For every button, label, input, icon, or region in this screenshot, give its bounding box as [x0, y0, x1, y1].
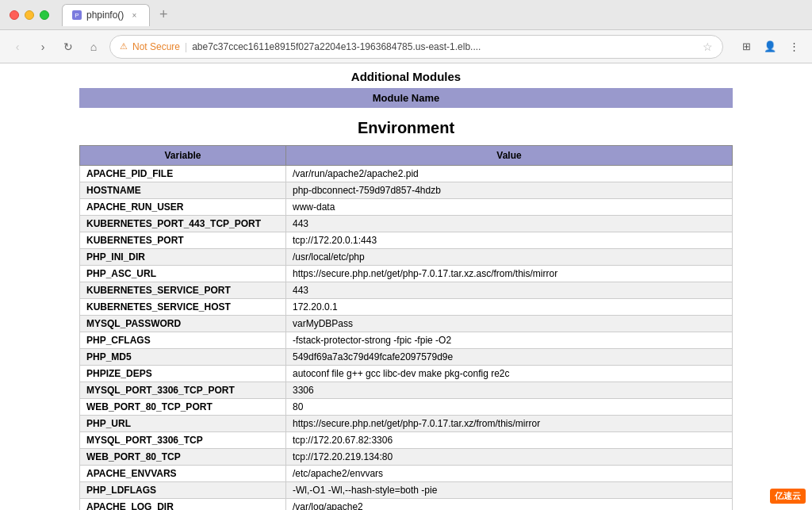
value-cell: autoconf file g++ gcc libc-dev make pkg-… — [286, 366, 733, 382]
tab-close-icon[interactable]: × — [128, 10, 140, 21]
value-cell: -fstack-protector-strong -fpic -fpie -O2 — [286, 332, 733, 349]
variable-cell: PHP_ASC_URL — [80, 266, 286, 282]
variable-cell: PHP_LDFLAGS — [80, 482, 286, 499]
back-button[interactable]: ‹ — [8, 37, 27, 56]
value-cell: /etc/apache2/envvars — [286, 466, 733, 482]
environment-title: Environment — [79, 108, 733, 145]
table-row: PHP_CFLAGS-fstack-protector-strong -fpic… — [80, 332, 733, 349]
table-row: HOSTNAMEphp-dbconnect-759d97d857-4hdzb — [80, 182, 733, 199]
value-cell: tcp://172.20.219.134:80 — [286, 449, 733, 466]
value-cell: 80 — [286, 399, 733, 416]
variable-cell: PHPIZE_DEPS — [80, 366, 286, 382]
environment-table: Variable Value APACHE_PID_FILE/var/run/a… — [79, 145, 733, 510]
page-content: Additional Modules Module Name Environme… — [0, 63, 812, 510]
value-cell: 443 — [286, 216, 733, 232]
table-row: APACHE_ENVVARS/etc/apache2/envvars — [80, 466, 733, 482]
value-cell: 172.20.0.1 — [286, 299, 733, 316]
table-row: MYSQL_PORT_3306_TCPtcp://172.20.67.82:33… — [80, 432, 733, 449]
value-cell: /var/log/apache2 — [286, 499, 733, 511]
new-tab-button[interactable]: + — [153, 5, 174, 25]
forward-button[interactable]: › — [33, 37, 52, 56]
table-row: MYSQL_PORT_3306_TCP_PORT3306 — [80, 382, 733, 399]
table-row: WEB_PORT_80_TCPtcp://172.20.219.134:80 — [80, 449, 733, 466]
value-cell: www-data — [286, 199, 733, 216]
value-cell: 443 — [286, 282, 733, 299]
table-row: PHP_MD5549df69a7a3c79d49fcafe2097579d9e — [80, 349, 733, 366]
home-button[interactable]: ⌂ — [84, 37, 103, 56]
environment-section: Environment Variable Value APACHE_PID_FI… — [79, 108, 733, 510]
value-cell: php-dbconnect-759d97d857-4hdzb — [286, 182, 733, 199]
variable-cell: HOSTNAME — [80, 182, 286, 199]
table-row: KUBERNETES_SERVICE_PORT443 — [80, 282, 733, 299]
table-row: KUBERNETES_PORTtcp://172.20.0.1:443 — [80, 232, 733, 249]
address-bar: ‹ › ↻ ⌂ ⚠ Not Secure | abe7c37ccec1611e8… — [0, 30, 812, 63]
table-row: APACHE_LOG_DIR/var/log/apache2 — [80, 499, 733, 511]
table-row: APACHE_RUN_USERwww-data — [80, 199, 733, 216]
variable-cell: MYSQL_PORT_3306_TCP — [80, 432, 286, 449]
table-row: PHP_LDFLAGS-Wl,-O1 -Wl,--hash-style=both… — [80, 482, 733, 499]
env-table-body: APACHE_PID_FILE/var/run/apache2/apache2.… — [80, 166, 733, 511]
title-bar: P phpinfo() × + — [0, 0, 812, 30]
minimize-button[interactable] — [25, 10, 34, 20]
table-header-row: Variable Value — [80, 146, 733, 166]
value-cell: varMyDBPass — [286, 316, 733, 332]
table-row: WEB_PORT_80_TCP_PORT80 — [80, 399, 733, 416]
variable-cell: KUBERNETES_PORT_443_TCP_PORT — [80, 216, 286, 232]
value-cell: 3306 — [286, 382, 733, 399]
variable-cell: KUBERNETES_SERVICE_PORT — [80, 282, 286, 299]
variable-cell: APACHE_PID_FILE — [80, 166, 286, 182]
table-row: APACHE_PID_FILE/var/run/apache2/apache2.… — [80, 166, 733, 182]
variable-cell: PHP_CFLAGS — [80, 332, 286, 349]
variable-cell: APACHE_ENVVARS — [80, 466, 286, 482]
value-cell: /var/run/apache2/apache2.pid — [286, 166, 733, 182]
variable-cell: PHP_INI_DIR — [80, 249, 286, 266]
value-cell: tcp://172.20.0.1:443 — [286, 232, 733, 249]
variable-cell: APACHE_LOG_DIR — [80, 499, 286, 511]
variable-cell: MYSQL_PORT_3306_TCP_PORT — [80, 382, 286, 399]
table-row: PHP_ASC_URLhttps://secure.php.net/get/ph… — [80, 266, 733, 282]
value-cell: https://secure.php.net/get/php-7.0.17.ta… — [286, 266, 733, 282]
value-cell: /usr/local/etc/php — [286, 249, 733, 266]
table-row: PHP_URLhttps://secure.php.net/get/php-7.… — [80, 416, 733, 432]
variable-cell: WEB_PORT_80_TCP — [80, 449, 286, 466]
variable-cell: KUBERNETES_PORT — [80, 232, 286, 249]
variable-cell: MYSQL_PASSWORD — [80, 316, 286, 332]
additional-modules-heading: Additional Modules — [0, 63, 812, 88]
value-column-header: Value — [286, 146, 733, 166]
profiles-icon[interactable]: 👤 — [760, 36, 780, 57]
maximize-button[interactable] — [40, 10, 49, 20]
url-text: abe7c37ccec1611e8915f027a2204e13-1963684… — [192, 41, 481, 52]
reload-button[interactable]: ↻ — [59, 37, 78, 56]
value-cell: -Wl,-O1 -Wl,--hash-style=both -pie — [286, 482, 733, 499]
traffic-lights — [10, 10, 49, 20]
bookmark-icon[interactable]: ☆ — [703, 40, 713, 53]
value-cell: 549df69a7a3c79d49fcafe2097579d9e — [286, 349, 733, 366]
table-row: KUBERNETES_PORT_443_TCP_PORT443 — [80, 216, 733, 232]
url-box[interactable]: ⚠ Not Secure | abe7c37ccec1611e8915f027a… — [109, 35, 723, 59]
table-row: KUBERNETES_SERVICE_HOST172.20.0.1 — [80, 299, 733, 316]
variable-cell: PHP_URL — [80, 416, 286, 432]
variable-cell: WEB_PORT_80_TCP_PORT — [80, 399, 286, 416]
watermark: 亿速云 — [770, 489, 806, 504]
variable-cell: APACHE_RUN_USER — [80, 199, 286, 216]
value-cell: tcp://172.20.67.82:3306 — [286, 432, 733, 449]
close-button[interactable] — [10, 10, 19, 20]
variable-cell: PHP_MD5 — [80, 349, 286, 366]
toolbar-icons: ⊞ 👤 ⋮ — [736, 36, 804, 57]
module-name-header: Module Name — [79, 88, 733, 108]
not-secure-label: Not Secure — [132, 41, 180, 52]
extensions-icon[interactable]: ⊞ — [736, 36, 756, 57]
variable-column-header: Variable — [80, 146, 286, 166]
menu-icon[interactable]: ⋮ — [783, 36, 804, 57]
tab-bar: P phpinfo() × + — [62, 4, 174, 26]
tab-favicon: P — [72, 10, 82, 20]
tab-title: phpinfo() — [86, 10, 124, 21]
url-separator: | — [185, 41, 187, 52]
table-row: PHP_INI_DIR/usr/local/etc/php — [80, 249, 733, 266]
variable-cell: KUBERNETES_SERVICE_HOST — [80, 299, 286, 316]
table-row: MYSQL_PASSWORDvarMyDBPass — [80, 316, 733, 332]
table-row: PHPIZE_DEPSautoconf file g++ gcc libc-de… — [80, 366, 733, 382]
active-tab[interactable]: P phpinfo() × — [62, 4, 150, 26]
lock-icon: ⚠ — [120, 41, 128, 52]
value-cell: https://secure.php.net/get/php-7.0.17.ta… — [286, 416, 733, 432]
